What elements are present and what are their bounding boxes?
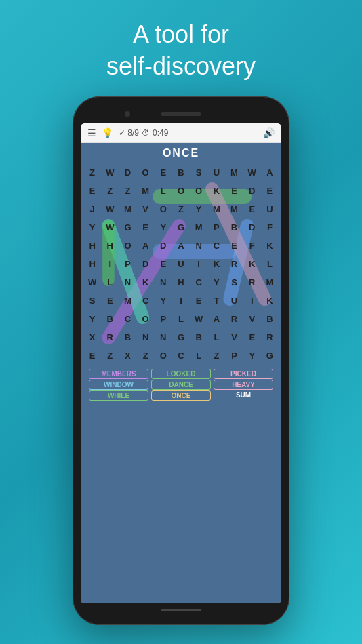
grid-cell[interactable]: N bbox=[190, 237, 207, 255]
grid-cell[interactable]: N bbox=[155, 273, 172, 291]
grid-cell[interactable]: A bbox=[207, 310, 225, 328]
grid-cell[interactable]: B bbox=[172, 163, 190, 182]
grid-cell[interactable]: E bbox=[225, 182, 243, 200]
grid-cell[interactable]: T bbox=[207, 291, 225, 310]
grid-cell[interactable]: D bbox=[155, 237, 172, 255]
grid-cell[interactable]: L bbox=[172, 310, 190, 328]
grid-cell[interactable]: M bbox=[119, 200, 136, 218]
grid-cell[interactable]: P bbox=[225, 346, 243, 365]
grid-cell[interactable]: V bbox=[137, 200, 155, 218]
grid-cell[interactable]: U bbox=[172, 255, 190, 273]
grid-cell[interactable]: C bbox=[207, 237, 225, 255]
grid-cell[interactable]: I bbox=[101, 255, 119, 273]
grid-cell[interactable]: N bbox=[155, 328, 172, 346]
grid-cell[interactable]: Y bbox=[207, 273, 225, 291]
grid-cell[interactable]: S bbox=[190, 163, 207, 182]
grid-cell[interactable]: L bbox=[101, 273, 119, 291]
grid-cell[interactable]: Z bbox=[101, 182, 119, 200]
grid-cell[interactable]: O bbox=[155, 200, 172, 218]
grid-cell[interactable]: L bbox=[155, 182, 172, 200]
grid-cell[interactable]: K bbox=[207, 182, 225, 200]
grid-cell[interactable]: R bbox=[225, 310, 243, 328]
grid-cell[interactable]: F bbox=[261, 218, 279, 237]
grid-cell[interactable]: U bbox=[261, 200, 279, 218]
grid-cell[interactable]: Z bbox=[137, 346, 155, 365]
grid-cell[interactable]: E bbox=[137, 218, 155, 237]
volume-icon[interactable]: 🔊 bbox=[263, 127, 275, 138]
grid-cell[interactable]: A bbox=[172, 237, 190, 255]
grid-cell[interactable]: M bbox=[190, 218, 207, 237]
grid-cell[interactable]: E bbox=[101, 291, 119, 310]
grid-cell[interactable]: S bbox=[225, 273, 243, 291]
grid-cell[interactable]: D bbox=[137, 255, 155, 273]
grid-cell[interactable]: G bbox=[119, 218, 136, 237]
grid-cell[interactable]: Z bbox=[172, 200, 190, 218]
grid-cell[interactable]: W bbox=[101, 218, 119, 237]
grid-cell[interactable]: E bbox=[190, 291, 207, 310]
grid-cell[interactable]: P bbox=[207, 218, 225, 237]
grid-cell[interactable]: H bbox=[172, 273, 190, 291]
grid-cell[interactable]: M bbox=[225, 200, 243, 218]
grid-cell[interactable]: I bbox=[190, 255, 207, 273]
grid-cell[interactable]: R bbox=[225, 255, 243, 273]
grid-cell[interactable]: X bbox=[83, 328, 101, 346]
grid-cell[interactable]: O bbox=[137, 163, 155, 182]
grid-cell[interactable]: L bbox=[207, 328, 225, 346]
grid-cell[interactable]: A bbox=[261, 163, 279, 182]
grid-cell[interactable]: E bbox=[243, 200, 261, 218]
grid-cell[interactable]: P bbox=[119, 255, 136, 273]
grid-cell[interactable]: M bbox=[119, 291, 136, 310]
grid-cell[interactable]: S bbox=[83, 291, 101, 310]
grid-cell[interactable]: J bbox=[83, 200, 101, 218]
grid-cell[interactable]: O bbox=[137, 310, 155, 328]
grid-cell[interactable]: B bbox=[101, 310, 119, 328]
grid-cell[interactable]: Y bbox=[83, 218, 101, 237]
grid-cell[interactable]: W bbox=[243, 163, 261, 182]
grid-cell[interactable]: E bbox=[83, 346, 101, 365]
grid-cell[interactable]: W bbox=[101, 163, 119, 182]
grid-cell[interactable]: O bbox=[190, 182, 207, 200]
grid-cell[interactable]: L bbox=[261, 255, 279, 273]
menu-icon[interactable]: ☰ bbox=[87, 127, 96, 138]
grid-cell[interactable]: V bbox=[243, 310, 261, 328]
grid-cell[interactable]: B bbox=[190, 328, 207, 346]
grid-cell[interactable]: M bbox=[137, 182, 155, 200]
grid-cell[interactable]: C bbox=[137, 291, 155, 310]
grid-cell[interactable]: D bbox=[243, 182, 261, 200]
grid-cell[interactable]: H bbox=[83, 255, 101, 273]
grid-cell[interactable]: F bbox=[243, 237, 261, 255]
grid-cell[interactable]: R bbox=[261, 328, 279, 346]
grid-cell[interactable]: I bbox=[243, 291, 261, 310]
grid-cell[interactable]: A bbox=[137, 237, 155, 255]
grid-cell[interactable]: I bbox=[172, 291, 190, 310]
bulb-icon[interactable]: 💡 bbox=[102, 127, 113, 138]
grid-cell[interactable]: E bbox=[243, 328, 261, 346]
grid-cell[interactable]: E bbox=[155, 255, 172, 273]
grid-cell[interactable]: X bbox=[119, 346, 136, 365]
grid-cell[interactable]: W bbox=[190, 310, 207, 328]
grid-cell[interactable]: K bbox=[207, 255, 225, 273]
grid-cell[interactable]: M bbox=[261, 273, 279, 291]
grid-cell[interactable]: K bbox=[243, 255, 261, 273]
grid-cell[interactable]: E bbox=[261, 182, 279, 200]
grid-cell[interactable]: C bbox=[172, 346, 190, 365]
grid-cell[interactable]: G bbox=[172, 328, 190, 346]
grid-cell[interactable]: M bbox=[225, 163, 243, 182]
grid-cell[interactable]: O bbox=[172, 182, 190, 200]
grid-cell[interactable]: R bbox=[101, 328, 119, 346]
grid-cell[interactable]: D bbox=[243, 218, 261, 237]
grid-cell[interactable]: D bbox=[119, 163, 136, 182]
grid-cell[interactable]: K bbox=[137, 273, 155, 291]
grid-cell[interactable]: Y bbox=[155, 291, 172, 310]
grid-cell[interactable]: O bbox=[155, 346, 172, 365]
grid-cell[interactable]: E bbox=[225, 237, 243, 255]
grid-cell[interactable]: G bbox=[261, 346, 279, 365]
grid-cell[interactable]: Y bbox=[155, 218, 172, 237]
grid-cell[interactable]: U bbox=[225, 291, 243, 310]
grid-cell[interactable]: R bbox=[243, 273, 261, 291]
grid-cell[interactable]: O bbox=[119, 237, 136, 255]
grid-cell[interactable]: C bbox=[190, 273, 207, 291]
grid-cell[interactable]: N bbox=[137, 328, 155, 346]
grid-cell[interactable]: V bbox=[225, 328, 243, 346]
grid-cell[interactable]: K bbox=[261, 237, 279, 255]
